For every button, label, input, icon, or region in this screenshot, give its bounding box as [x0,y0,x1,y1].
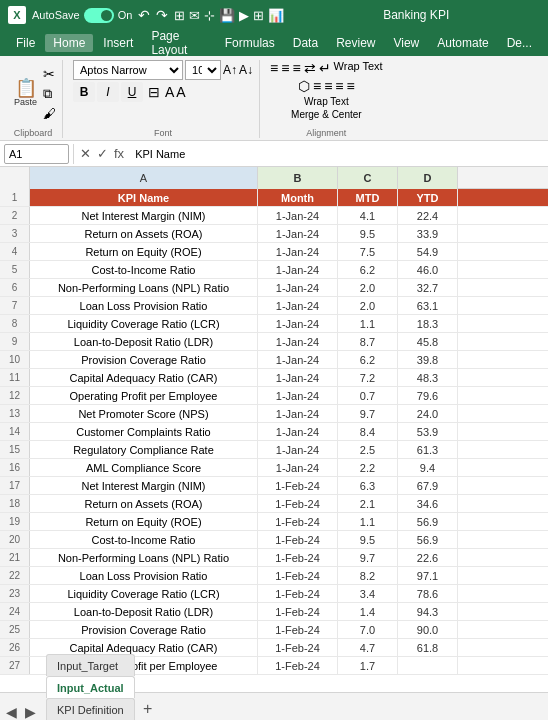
grid-icon[interactable]: ⊞ [253,8,264,23]
cell-month-6[interactable]: 1-Jan-24 [258,315,338,332]
cell-kpi-22[interactable]: Loan-to-Deposit Ratio (LDR) [30,603,258,620]
cell-month-19[interactable]: 1-Feb-24 [258,549,338,566]
cell-mtd-4[interactable]: 2.0 [338,279,398,296]
cell-ytd-10[interactable]: 79.6 [398,387,458,404]
sheet-tab-kpi-definition[interactable]: KPI Definition [46,698,135,720]
cell-ytd-15[interactable]: 67.9 [398,477,458,494]
cell-reference-box[interactable]: A1 [4,144,69,164]
undo-icon[interactable]: ↶ [138,7,150,23]
italic-button[interactable]: I [97,82,119,102]
cell-mtd-24[interactable]: 4.7 [338,639,398,656]
cell-month-15[interactable]: 1-Feb-24 [258,477,338,494]
cell-mtd-0[interactable]: 4.1 [338,207,398,224]
cell-ytd-1[interactable]: 33.9 [398,225,458,242]
cell-month-14[interactable]: 1-Jan-24 [258,459,338,476]
cell-ytd-21[interactable]: 78.6 [398,585,458,602]
cell-kpi-2[interactable]: Return on Equity (ROE) [30,243,258,260]
bold-button[interactable]: B [73,82,95,102]
cell-month-10[interactable]: 1-Jan-24 [258,387,338,404]
cell-ytd-17[interactable]: 56.9 [398,513,458,530]
cell-ytd-20[interactable]: 97.1 [398,567,458,584]
cell-mtd-14[interactable]: 2.2 [338,459,398,476]
redo-icon[interactable]: ↷ [156,7,168,23]
tab-next-button[interactable]: ▶ [23,704,38,720]
cell-ytd-23[interactable]: 90.0 [398,621,458,638]
cell-month-0[interactable]: 1-Jan-24 [258,207,338,224]
cell-month-11[interactable]: 1-Jan-24 [258,405,338,422]
cell-kpi-16[interactable]: Return on Assets (ROA) [30,495,258,512]
cell-ytd-19[interactable]: 22.6 [398,549,458,566]
decrease-indent-icon[interactable]: ≡ [335,78,343,94]
cell-mtd-18[interactable]: 9.5 [338,531,398,548]
cell-mtd-15[interactable]: 6.3 [338,477,398,494]
cut-icon[interactable]: ✂ [43,66,56,82]
cell-mtd-12[interactable]: 8.4 [338,423,398,440]
menu-insert[interactable]: Insert [95,34,141,52]
underline-button[interactable]: U [121,82,143,102]
cell-kpi-10[interactable]: Operating Profit per Employee [30,387,258,404]
cursor-icon[interactable]: ⊹ [204,8,215,23]
cell-mtd-22[interactable]: 1.4 [338,603,398,620]
menu-page-layout[interactable]: Page Layout [143,27,214,59]
menu-file[interactable]: File [8,34,43,52]
add-sheet-button[interactable]: + [137,698,159,720]
cell-kpi-23[interactable]: Provision Coverage Ratio [30,621,258,638]
cell-kpi-14[interactable]: AML Compliance Score [30,459,258,476]
cell-ytd-24[interactable]: 61.8 [398,639,458,656]
cell-ytd-13[interactable]: 61.3 [398,441,458,458]
col-header-a[interactable]: A [30,167,258,189]
col-header-c[interactable]: C [338,167,398,189]
tab-prev-button[interactable]: ◀ [4,704,19,720]
cell-kpi-20[interactable]: Loan Loss Provision Ratio [30,567,258,584]
cell-kpi-5[interactable]: Loan Loss Provision Ratio [30,297,258,314]
cell-kpi-12[interactable]: Customer Complaints Ratio [30,423,258,440]
fill-color-icon[interactable]: A [165,84,174,100]
cell-mtd-2[interactable]: 7.5 [338,243,398,260]
cell-month-18[interactable]: 1-Feb-24 [258,531,338,548]
cell-month-23[interactable]: 1-Feb-24 [258,621,338,638]
cell-kpi-6[interactable]: Liquidity Coverage Ratio (LCR) [30,315,258,332]
col-header-b[interactable]: B [258,167,338,189]
cell-ytd-7[interactable]: 45.8 [398,333,458,350]
cell-ytd-0[interactable]: 22.4 [398,207,458,224]
align-bottom-icon[interactable]: ≡ [292,60,300,76]
cell-month-9[interactable]: 1-Jan-24 [258,369,338,386]
cell-month-4[interactable]: 1-Jan-24 [258,279,338,296]
cell-ytd-4[interactable]: 32.7 [398,279,458,296]
menu-automate[interactable]: Automate [429,34,496,52]
paste-button[interactable]: 📋 Paste [10,77,41,109]
cell-kpi-17[interactable]: Return on Equity (ROE) [30,513,258,530]
sheet-tab-input-target[interactable]: Input_Target [46,654,135,676]
menu-data[interactable]: Data [285,34,326,52]
cell-ytd-9[interactable]: 48.3 [398,369,458,386]
formula-input[interactable] [130,144,544,164]
cell-kpi-8[interactable]: Provision Coverage Ratio [30,351,258,368]
autosave-toggle[interactable] [84,8,114,23]
cell-mtd-25[interactable]: 1.7 [338,657,398,674]
save-icon[interactable]: 💾 [219,8,235,23]
table-icon[interactable]: ⊞ [174,8,185,23]
cell-kpi-11[interactable]: Net Promoter Score (NPS) [30,405,258,422]
font-color-icon[interactable]: A [176,84,185,100]
menu-home[interactable]: Home [45,34,93,52]
font-size-up-icon[interactable]: A↑ [223,63,237,77]
cell-ytd-11[interactable]: 24.0 [398,405,458,422]
cell-month-17[interactable]: 1-Feb-24 [258,513,338,530]
cell-ytd-5[interactable]: 63.1 [398,297,458,314]
cell-kpi-3[interactable]: Cost-to-Income Ratio [30,261,258,278]
cell-kpi-18[interactable]: Cost-to-Income Ratio [30,531,258,548]
cell-ytd-25[interactable] [398,657,458,674]
cell-mtd-21[interactable]: 3.4 [338,585,398,602]
text-direction-icon[interactable]: ⇄ [304,60,316,76]
cell-ytd-14[interactable]: 9.4 [398,459,458,476]
cell-month-1[interactable]: 1-Jan-24 [258,225,338,242]
formula-fx-icon[interactable]: fx [112,146,126,161]
indent-icon[interactable]: ↵ [319,60,331,76]
cell-kpi-0[interactable]: Net Interest Margin (NIM) [30,207,258,224]
cell-month-21[interactable]: 1-Feb-24 [258,585,338,602]
font-size-select[interactable]: 10 [185,60,221,80]
merge-center-button[interactable]: Merge & Center [291,109,362,120]
cell-month-7[interactable]: 1-Jan-24 [258,333,338,350]
cell-month-8[interactable]: 1-Jan-24 [258,351,338,368]
cell-ytd-3[interactable]: 46.0 [398,261,458,278]
